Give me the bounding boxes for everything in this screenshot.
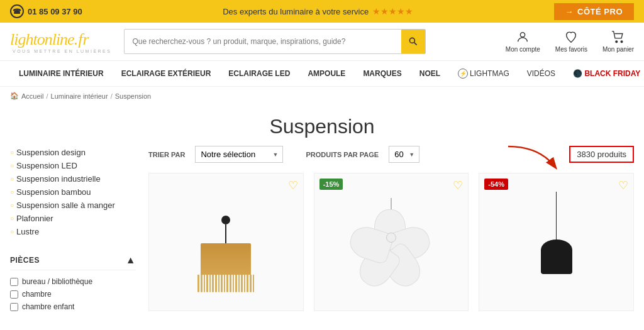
sidebar-item-suspension-bambou[interactable]: Suspension bambou bbox=[10, 185, 136, 199]
lamp-ball bbox=[221, 216, 230, 224]
account-label: Mon compte bbox=[506, 46, 540, 53]
logo-text: lightonline.fr bbox=[10, 30, 111, 49]
products-toolbar: TRIER PAR Notre sélection Prix croissant… bbox=[148, 146, 634, 163]
discount-badge-2: -15% bbox=[319, 179, 343, 190]
nav-noel[interactable]: NOEL bbox=[411, 62, 449, 85]
nav-luminaire-interieur[interactable]: LUMINAIRE INTÉRIEUR bbox=[10, 62, 113, 85]
search-icon bbox=[408, 36, 418, 47]
cart-icon-group[interactable]: Mon panier bbox=[602, 30, 634, 53]
fan-hub bbox=[386, 233, 396, 243]
lamp-shade bbox=[201, 243, 251, 275]
cart-label: Mon panier bbox=[602, 46, 634, 53]
filter-bureau[interactable]: bureau / bibliothèque bbox=[10, 275, 136, 288]
sidebar-item-suspension-led[interactable]: Suspension LED bbox=[10, 159, 136, 172]
pieces-collapse-icon[interactable]: ▲ bbox=[126, 255, 136, 266]
nav-eclairage-exterieur[interactable]: ECLAIRAGE EXTÉRIEUR bbox=[113, 62, 220, 85]
top-banner: ☎ 01 85 09 37 90 Des experts du luminair… bbox=[0, 0, 644, 23]
filter-chambre-enfant[interactable]: chambre enfant bbox=[10, 300, 136, 313]
lamp-wire-3 bbox=[556, 192, 557, 242]
discount-badge-3: -54% bbox=[484, 179, 508, 190]
trier-par-label: TRIER PAR bbox=[148, 151, 185, 158]
main-nav: LUMINAIRE INTÉRIEUR ECLAIRAGE EXTÉRIEUR … bbox=[0, 61, 644, 87]
category-list: Suspension design Suspension LED Suspens… bbox=[10, 146, 136, 238]
favorites-icon-group[interactable]: Mes favoris bbox=[555, 30, 587, 53]
product-image-1 bbox=[194, 192, 257, 292]
search-bar bbox=[124, 29, 426, 54]
lightmag-icon: ⚡ bbox=[458, 69, 468, 79]
sidebar: Suspension design Suspension LED Suspens… bbox=[10, 146, 136, 313]
favorite-icon-1[interactable]: ♡ bbox=[288, 179, 298, 192]
product-card-3[interactable]: -54% ♡ bbox=[479, 173, 634, 311]
header: lightonline.fr VOUS METTRE EN LUMIÈRES M… bbox=[0, 23, 644, 61]
nav-lightmag[interactable]: ⚡ LightMag bbox=[449, 61, 518, 86]
cote-pro-button[interactable]: → CÔTÉ PRO bbox=[554, 3, 634, 20]
breadcrumb-home[interactable]: Accueil bbox=[21, 92, 43, 100]
sort-select[interactable]: Notre sélection Prix croissant Prix décr… bbox=[195, 146, 283, 163]
favorite-icon-3[interactable]: ♡ bbox=[618, 179, 628, 192]
nav-ampoule[interactable]: AMPOULE bbox=[299, 62, 354, 85]
breadcrumb-home-icon: 🏠 bbox=[10, 92, 19, 100]
search-input[interactable] bbox=[125, 32, 401, 51]
room-filter-list: bureau / bibliothèque chambre chambre en… bbox=[10, 275, 136, 313]
product-card-2[interactable]: -15% ♡ bbox=[314, 173, 469, 311]
annotation-container: 3830 produits bbox=[569, 150, 634, 159]
sidebar-item-lustre[interactable]: Lustre bbox=[10, 225, 136, 238]
favorites-icon bbox=[564, 30, 578, 44]
search-button[interactable] bbox=[401, 30, 425, 53]
page-title-area: Suspension bbox=[0, 105, 644, 146]
breadcrumb-current: Suspension bbox=[115, 92, 152, 100]
lamp-fringe bbox=[197, 275, 254, 292]
page-select-wrapper: 60 30 90 bbox=[389, 146, 419, 163]
pieces-label: PIÈCES bbox=[10, 256, 40, 265]
filter-chambre[interactable]: chambre bbox=[10, 288, 136, 300]
stars: ★★★★★ bbox=[372, 6, 413, 16]
sidebar-item-suspension-salle[interactable]: Suspension salle à manger bbox=[10, 199, 136, 212]
account-icon-group[interactable]: Mon compte bbox=[506, 30, 540, 53]
breadcrumb: 🏠 Accueil / Luminaire intérieur / Suspen… bbox=[0, 87, 644, 105]
produits-par-page-label: PRODUITS PAR PAGE bbox=[306, 151, 379, 158]
checkbox-chambre-enfant[interactable] bbox=[10, 303, 18, 311]
product-card-1[interactable]: ♡ bbox=[148, 173, 304, 311]
checkbox-bureau[interactable] bbox=[10, 278, 18, 286]
favorite-icon-2[interactable]: ♡ bbox=[453, 179, 463, 192]
page-select[interactable]: 60 30 90 bbox=[389, 146, 419, 163]
products-area: TRIER PAR Notre sélection Prix croissant… bbox=[148, 146, 634, 313]
product-image-3 bbox=[531, 192, 582, 292]
svg-point-4 bbox=[621, 41, 623, 43]
phone-icon: ☎ bbox=[10, 4, 24, 18]
pieces-section: PIÈCES ▲ bbox=[10, 248, 136, 270]
sidebar-item-suspension-design[interactable]: Suspension design bbox=[10, 146, 136, 159]
nav-eclairage-led[interactable]: ECLAIRAGE LED bbox=[219, 62, 299, 85]
header-icons: Mon compte Mes favoris Mon panier bbox=[506, 30, 634, 53]
svg-line-1 bbox=[414, 43, 417, 45]
sidebar-item-plafonnier[interactable]: Plafonnier bbox=[10, 212, 136, 225]
lamp-shade-3 bbox=[541, 239, 572, 274]
svg-point-3 bbox=[616, 41, 618, 43]
checkbox-chambre[interactable] bbox=[10, 290, 18, 299]
lamp-stem bbox=[391, 198, 392, 211]
phone-number[interactable]: ☎ 01 85 09 37 90 bbox=[10, 4, 82, 18]
main-content: Suspension design Suspension LED Suspens… bbox=[0, 146, 644, 326]
sort-select-wrapper: Notre sélection Prix croissant Prix décr… bbox=[195, 146, 283, 163]
logo[interactable]: lightonline.fr VOUS METTRE EN LUMIÈRES bbox=[10, 30, 111, 53]
page-title: Suspension bbox=[0, 115, 644, 138]
logo-tagline: VOUS METTRE EN LUMIÈRES bbox=[10, 49, 111, 53]
product-image-2 bbox=[350, 198, 432, 286]
nav-black-friday[interactable]: 🌑 BLACK FRIDAY bbox=[564, 62, 644, 85]
banner-center-text: Des experts du luminaire à votre service… bbox=[223, 6, 413, 16]
products-grid: ♡ bbox=[148, 173, 634, 311]
nav-marques[interactable]: MARQUES bbox=[354, 62, 410, 85]
product-count: 3830 produits bbox=[569, 146, 634, 163]
sidebar-item-suspension-industrielle[interactable]: Suspension industrielle bbox=[10, 172, 136, 185]
account-icon bbox=[516, 30, 530, 44]
svg-point-2 bbox=[521, 33, 525, 37]
lamp-wire bbox=[225, 224, 226, 243]
breadcrumb-parent[interactable]: Luminaire intérieur bbox=[51, 92, 108, 100]
red-arrow-annotation bbox=[502, 143, 565, 175]
favorites-label: Mes favoris bbox=[555, 46, 587, 53]
cart-icon bbox=[611, 30, 625, 44]
nav-videos[interactable]: Vidéos bbox=[518, 62, 564, 85]
svg-point-0 bbox=[410, 38, 415, 43]
